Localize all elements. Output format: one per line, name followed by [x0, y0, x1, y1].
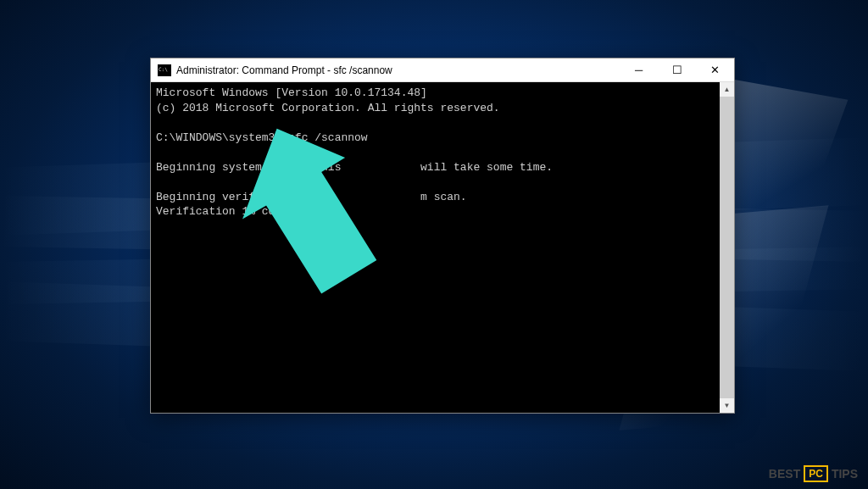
- watermark-suffix: TIPS: [832, 467, 858, 481]
- console-line: Beginning verification phas m scan.: [156, 191, 467, 203]
- minimize-button[interactable]: ─: [620, 58, 658, 81]
- console-prompt-line: C:\WINDOWS\system32>sfc /scannow: [156, 131, 368, 144]
- close-button[interactable]: ✕: [696, 58, 734, 81]
- console-line: Beginning system scan. This will take so…: [156, 161, 553, 174]
- scroll-up-arrow-icon[interactable]: ▲: [720, 82, 734, 97]
- maximize-button[interactable]: ☐: [658, 58, 696, 81]
- scroll-thumb[interactable]: [720, 97, 734, 398]
- scroll-down-arrow-icon[interactable]: ▼: [720, 398, 734, 413]
- console-output[interactable]: Microsoft Windows [Version 10.0.17134.48…: [151, 82, 720, 413]
- console-line: Microsoft Windows [Version 10.0.17134.48…: [156, 86, 427, 99]
- console-line: (c) 2018 Microsoft Corporation. All righ…: [156, 102, 500, 114]
- watermark-prefix: BEST: [769, 467, 800, 481]
- watermark-pc: PC: [804, 465, 828, 482]
- watermark: BEST PC TIPS: [769, 465, 858, 482]
- window-title: Administrator: Command Prompt - sfc /sca…: [176, 64, 620, 76]
- command-prompt-window: Administrator: Command Prompt - sfc /sca…: [150, 58, 735, 414]
- window-controls: ─ ☐ ✕: [620, 58, 734, 81]
- titlebar[interactable]: Administrator: Command Prompt - sfc /sca…: [151, 58, 734, 82]
- console-line: Verification 1% complete.: [156, 205, 321, 218]
- vertical-scrollbar[interactable]: ▲ ▼: [720, 82, 734, 413]
- cmd-icon: [158, 64, 171, 76]
- console-area: Microsoft Windows [Version 10.0.17134.48…: [151, 82, 734, 413]
